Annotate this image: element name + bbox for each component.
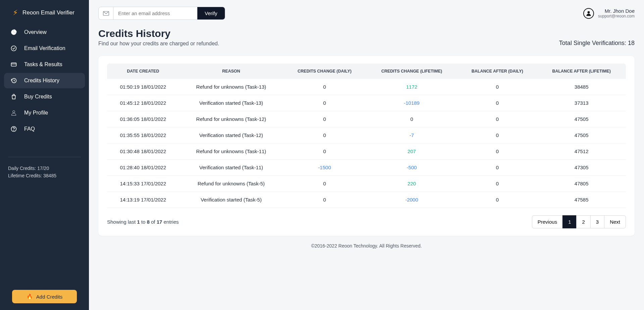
cell-credits-lifetime: 1172 <box>366 79 458 95</box>
table-row: 14:13:19 17/01/2022Verification started … <box>107 192 626 208</box>
cell-credits-lifetime: 0 <box>366 111 458 127</box>
cell-credits-lifetime: 207 <box>366 143 458 160</box>
col-date-created: DATE CREATED <box>107 63 179 79</box>
bolt-icon: ⚡︎ <box>13 8 18 17</box>
sidebar-item-label: Email Verification <box>24 45 65 51</box>
sidebar-nav: Overview Email Verification Tasks & Resu… <box>0 25 89 137</box>
cell-date: 14:15:33 17/01/2022 <box>107 176 179 192</box>
email-input[interactable] <box>113 7 197 19</box>
cell-credits-lifetime: 220 <box>366 176 458 192</box>
cell-balance-lifetime: 37313 <box>537 95 626 111</box>
table-row: 01:45:12 18/01/2022Verification started … <box>107 95 626 111</box>
page-title: Credits History <box>98 28 219 39</box>
add-credits-button[interactable]: 🔥 Add Credits <box>12 290 77 303</box>
sidebar-item-label: My Profile <box>24 110 48 116</box>
cell-balance-daily: 0 <box>458 111 537 127</box>
cell-balance-daily: 0 <box>458 79 537 95</box>
mail-icon <box>99 7 113 19</box>
cell-credits-lifetime: -500 <box>366 160 458 176</box>
main-content: Verify Mr. Jhon Doe support@reoon.com Cr… <box>89 0 644 310</box>
user-box[interactable]: Mr. Jhon Doe support@reoon.com <box>583 8 635 19</box>
credits-summary: Daily Credits: 17/20 Lifetime Credits: 3… <box>8 157 81 180</box>
pagination-page-3[interactable]: 3 <box>590 215 604 228</box>
total-verifications-label: Total Single Verifications: 18 <box>559 40 635 47</box>
table-row: 01:28:40 18/01/2022Verification started … <box>107 160 626 176</box>
cell-reason: Verification started (Task-13) <box>179 95 283 111</box>
user-icon <box>10 109 17 116</box>
cell-balance-lifetime: 38485 <box>537 79 626 95</box>
table-row: 14:15:33 17/01/2022Refund for unknowns (… <box>107 176 626 192</box>
cell-balance-lifetime: 47505 <box>537 111 626 127</box>
pagination-prev[interactable]: Previous <box>532 215 563 228</box>
cell-date: 01:30:48 18/01/2022 <box>107 143 179 160</box>
sidebar-item-label: Tasks & Results <box>24 61 62 68</box>
sidebar-item-label: Overview <box>24 29 47 35</box>
sidebar-item-faq[interactable]: FAQ <box>4 121 85 137</box>
cell-credits-lifetime: -10189 <box>366 95 458 111</box>
cell-balance-daily: 0 <box>458 143 537 160</box>
sidebar-item-credits-history[interactable]: Credits History <box>4 73 85 88</box>
sidebar-item-tasks-results[interactable]: Tasks & Results <box>4 57 85 72</box>
svg-point-8 <box>588 11 590 13</box>
pagination-page-1[interactable]: 1 <box>562 215 577 228</box>
cell-date: 01:50:19 18/01/2022 <box>107 79 179 95</box>
col-balance-daily: BALANCE AFTER (DAILY) <box>458 63 537 79</box>
cell-balance-lifetime: 47505 <box>537 127 626 143</box>
cell-credits-daily: 0 <box>283 79 366 95</box>
user-email: support@reoon.com <box>598 14 635 18</box>
page-header: Credits History Find our how your credit… <box>98 28 635 47</box>
col-credits-lifetime: CREDITS CHANGE (LIFETIME) <box>366 63 458 79</box>
cell-credits-daily: 0 <box>283 111 366 127</box>
cell-balance-daily: 0 <box>458 95 537 111</box>
logo-row: ⚡︎ Reoon Email Verifier <box>0 8 89 25</box>
page-subtitle: Find our how your credits are charged or… <box>98 41 219 47</box>
verify-button[interactable]: Verify <box>197 7 225 19</box>
daily-credits-label: Daily Credits: 17/20 <box>8 165 81 172</box>
cell-balance-lifetime: 47305 <box>537 160 626 176</box>
svg-point-6 <box>14 130 14 131</box>
card-icon <box>10 61 17 68</box>
sidebar-item-email-verification[interactable]: Email Verification <box>4 41 85 56</box>
table-row: 01:50:19 18/01/2022Refund for unknowns (… <box>107 79 626 95</box>
cell-reason: Verification started (Task-12) <box>179 127 283 143</box>
cell-reason: Verification started (Task-5) <box>179 192 283 208</box>
cell-credits-daily: 0 <box>283 143 366 160</box>
showing-entries-text: Showing last 1 to 8 of 17 entries <box>107 219 179 225</box>
brand-name: Reoon Email Verifier <box>22 9 75 16</box>
cell-balance-daily: 0 <box>458 127 537 143</box>
cell-credits-daily: 0 <box>283 95 366 111</box>
cell-reason: Verification started (Task-11) <box>179 160 283 176</box>
table-row: 01:30:48 18/01/2022Refund for unknowns (… <box>107 143 626 160</box>
cell-date: 01:45:12 18/01/2022 <box>107 95 179 111</box>
svg-point-4 <box>13 110 15 113</box>
sidebar-item-label: Credits History <box>24 78 59 84</box>
sidebar-item-buy-credits[interactable]: Buy Credits <box>4 89 85 104</box>
cell-reason: Refund for unknowns (Task-12) <box>179 111 283 127</box>
pagination-next[interactable]: Next <box>604 215 626 228</box>
svg-rect-1 <box>11 63 16 66</box>
user-name: Mr. Jhon Doe <box>598 8 635 14</box>
credits-table: DATE CREATED REASON CREDITS CHANGE (DAIL… <box>107 63 626 208</box>
cell-balance-daily: 0 <box>458 192 537 208</box>
cell-date: 01:36:05 18/01/2022 <box>107 111 179 127</box>
fire-icon: 🔥 <box>27 294 33 300</box>
sidebar-item-my-profile[interactable]: My Profile <box>4 105 85 121</box>
cell-reason: Refund for unknowns (Task-13) <box>179 79 283 95</box>
cell-credits-daily: 0 <box>283 192 366 208</box>
sidebar: ⚡︎ Reoon Email Verifier Overview Email V… <box>0 0 89 310</box>
avatar-icon <box>583 8 594 19</box>
col-balance-lifetime: BALANCE AFTER (LIFETIME) <box>537 63 626 79</box>
svg-point-0 <box>11 46 16 51</box>
question-icon <box>10 126 17 132</box>
pie-icon <box>10 29 17 36</box>
cell-credits-daily: 0 <box>283 176 366 192</box>
sidebar-item-overview[interactable]: Overview <box>4 25 85 40</box>
cell-date: 01:28:40 18/01/2022 <box>107 160 179 176</box>
cell-balance-daily: 0 <box>458 160 537 176</box>
cell-credits-lifetime: -2000 <box>366 192 458 208</box>
table-row: 01:35:55 18/01/2022Verification started … <box>107 127 626 143</box>
sidebar-item-label: Buy Credits <box>24 94 52 100</box>
credits-table-card: DATE CREATED REASON CREDITS CHANGE (DAIL… <box>98 56 635 236</box>
pagination-page-2[interactable]: 2 <box>576 215 590 228</box>
col-reason: REASON <box>179 63 283 79</box>
